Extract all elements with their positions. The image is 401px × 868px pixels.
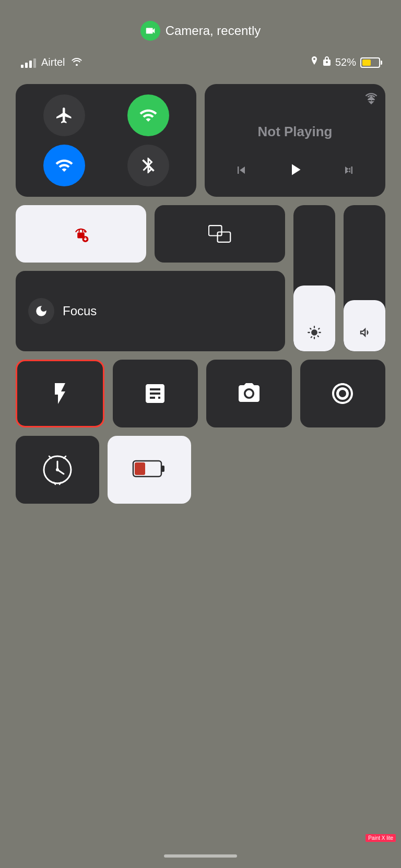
- screen-mirror-icon: [208, 222, 231, 245]
- calculator-button[interactable]: [113, 360, 198, 427]
- flashlight-button[interactable]: [16, 360, 104, 427]
- status-bar: Airtel 52%: [0, 56, 401, 68]
- top-bar: Camera, recently Airtel: [0, 0, 401, 79]
- clock-icon: [42, 454, 73, 485]
- bluetooth-button[interactable]: [127, 145, 169, 186]
- row-connectivity-nowplaying: Not Playing: [16, 84, 385, 197]
- svg-point-5: [245, 390, 252, 397]
- clock-button[interactable]: [16, 436, 99, 504]
- brightness-icon: [307, 325, 322, 343]
- signal-bar-3: [29, 61, 32, 68]
- camera-app-icon: [237, 381, 262, 406]
- camera-indicator: Camera, recently: [140, 21, 261, 41]
- brightness-slider[interactable]: [293, 205, 335, 351]
- moon-icon: [34, 304, 48, 318]
- small-tiles-row: [16, 205, 285, 263]
- now-playing-tile[interactable]: Not Playing: [205, 84, 385, 197]
- media-controls: [215, 155, 375, 188]
- screen-mirror-button[interactable]: [155, 205, 285, 263]
- rewind-button[interactable]: [234, 163, 249, 181]
- row-extras: [16, 436, 385, 504]
- camera-app-button[interactable]: [206, 360, 292, 427]
- svg-rect-14: [135, 462, 145, 475]
- row-2-left: Focus: [16, 205, 285, 351]
- camera-label: Camera, recently: [166, 23, 261, 38]
- svg-rect-13: [161, 466, 164, 472]
- camera-icon: [145, 25, 156, 37]
- screen-record-button[interactable]: [300, 360, 386, 427]
- focus-label: Focus: [63, 304, 97, 318]
- rotation-lock-button[interactable]: [16, 205, 146, 263]
- signal-bar-4: [33, 58, 36, 68]
- rotation-lock-icon: [69, 222, 92, 245]
- cellular-icon: [139, 106, 158, 125]
- battery-widget-button[interactable]: [108, 436, 191, 504]
- screen-record-icon: [330, 381, 355, 406]
- row-sliders: Focus: [16, 205, 385, 351]
- signal-bar-2: [25, 63, 28, 68]
- cellular-button[interactable]: [127, 94, 169, 136]
- svg-rect-3: [209, 225, 222, 235]
- fast-forward-button[interactable]: [341, 163, 356, 181]
- volume-icon: [357, 325, 372, 343]
- svg-point-7: [339, 390, 346, 397]
- svg-rect-4: [218, 232, 231, 242]
- focus-moon-icon: [28, 298, 54, 324]
- flashlight-icon: [48, 381, 73, 406]
- home-indicator[interactable]: [164, 854, 237, 858]
- battery-fill: [362, 60, 371, 66]
- status-right: 52%: [310, 56, 380, 68]
- calculator-icon: [143, 381, 168, 406]
- signal-bar-1: [21, 65, 23, 68]
- svg-point-11: [56, 468, 59, 471]
- volume-slider[interactable]: [344, 205, 385, 351]
- control-center: Not Playing: [0, 79, 401, 509]
- airplane-icon: [55, 106, 74, 125]
- wifi-button[interactable]: [43, 145, 85, 186]
- battery-indicator: [360, 57, 380, 68]
- wifi-status-icon: [70, 56, 83, 68]
- status-left: Airtel: [21, 56, 83, 68]
- wifi-icon: [55, 156, 74, 175]
- play-button[interactable]: [286, 160, 304, 183]
- watermark: Paint X lite: [365, 834, 396, 842]
- signal-bars: [21, 57, 36, 68]
- battery-widget-icon: [131, 457, 168, 483]
- battery-percent: 52%: [335, 56, 356, 68]
- connectivity-tile[interactable]: [16, 84, 196, 197]
- row-small-controls: [16, 360, 385, 427]
- lock-icon: [323, 56, 331, 68]
- not-playing-text: Not Playing: [215, 108, 375, 155]
- carrier-name: Airtel: [41, 56, 65, 68]
- airplay-icon: [364, 91, 378, 108]
- airplane-mode-button[interactable]: [43, 94, 85, 136]
- bluetooth-icon: [139, 156, 158, 175]
- location-icon: [310, 56, 319, 68]
- focus-button[interactable]: Focus: [16, 271, 285, 351]
- camera-active-dot: [140, 21, 160, 41]
